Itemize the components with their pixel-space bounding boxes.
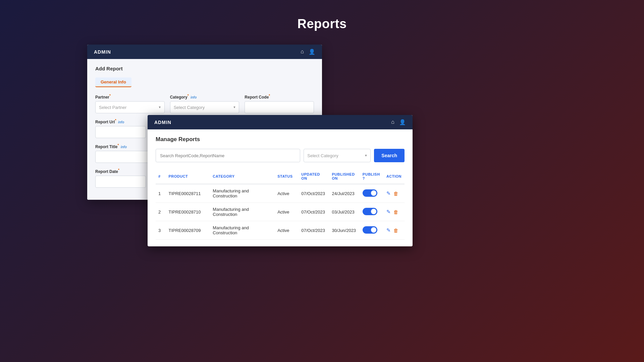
row3-toggle[interactable] (363, 226, 377, 234)
table-head: # PRODUCT CATEGORY STATUS UPDATED ON PUB… (156, 169, 405, 184)
row1-toggle[interactable] (363, 189, 377, 197)
col-action: ACTION (384, 169, 405, 184)
row3-category: Manufacturing and Construction (210, 221, 275, 240)
add-report-admin-label: ADMIN (94, 49, 111, 55)
report-title-info: info (121, 145, 127, 149)
search-bar: Select Category Search (156, 149, 405, 162)
select-category-wrapper: Select Category (304, 149, 371, 162)
row3-delete-icon[interactable]: 🗑 (393, 228, 398, 233)
col-updated-on: UPDATED ON (299, 169, 329, 184)
row1-delete-icon[interactable]: 🗑 (393, 191, 398, 196)
col-status: STATUS (275, 169, 299, 184)
partner-label: Partner* (95, 94, 165, 100)
table-row: 2 TIPRE00028710 Manufacturing and Constr… (156, 203, 405, 221)
row3-num: 3 (156, 221, 166, 240)
partner-select-wrapper: Select Partner (95, 101, 165, 113)
row1-published: 24/Jul/2023 (329, 184, 360, 203)
row1-category: Manufacturing and Construction (210, 184, 275, 203)
row2-delete-icon[interactable]: 🗑 (393, 209, 398, 215)
row1-publish (360, 184, 384, 203)
manage-reports-body: Manage Reports Select Category Search (148, 129, 413, 246)
row3-status: Active (275, 221, 299, 240)
form-group-report-url: Report Url* info (95, 119, 146, 138)
row3-status-badge: Active (277, 228, 289, 233)
form-group-category: Category* info Select Category (170, 94, 239, 113)
row2-action-icons: ✎ 🗑 (386, 209, 402, 215)
report-code-label: Report Code* (245, 94, 314, 100)
row1-status-badge: Active (277, 191, 289, 196)
table-header-row: # PRODUCT CATEGORY STATUS UPDATED ON PUB… (156, 169, 405, 184)
col-product: PRODUCT (166, 169, 210, 184)
row1-action: ✎ 🗑 (384, 184, 405, 203)
manage-reports-admin-label: ADMIN (154, 120, 171, 125)
row2-action: ✎ 🗑 (384, 203, 405, 221)
form-group-partner: Partner* Select Partner (95, 94, 165, 113)
col-hash: # (156, 169, 166, 184)
form-row-1: Partner* Select Partner Category* info (95, 94, 314, 113)
add-report-header-icons: ⌂ 👤 (301, 49, 315, 55)
category-filter-select[interactable]: Select Category (304, 149, 371, 162)
table-body: 1 TIPRE00028711 Manufacturing and Constr… (156, 184, 405, 240)
category-label: Category* info (170, 94, 239, 100)
page-title: Reports (297, 17, 346, 31)
row3-action: ✎ 🗑 (384, 221, 405, 240)
category-select[interactable]: Select Category (170, 101, 239, 113)
search-button[interactable]: Search (374, 149, 405, 162)
col-publish: PUBLISH ? (360, 169, 384, 184)
row2-toggle[interactable] (363, 208, 377, 215)
row2-status: Active (275, 203, 299, 221)
row1-action-icons: ✎ 🗑 (386, 190, 402, 196)
row2-published: 03/Jul/2023 (329, 203, 360, 221)
row3-published: 30/Jun/2023 (329, 221, 360, 240)
manage-user-icon[interactable]: 👤 (399, 119, 406, 125)
report-url-info: info (118, 120, 124, 124)
form-group-report-date: Report Date* (95, 168, 146, 188)
manage-home-icon[interactable]: ⌂ (391, 119, 394, 125)
row3-action-icons: ✎ 🗑 (386, 227, 402, 233)
category-info: info (191, 96, 197, 99)
report-date-input[interactable] (95, 176, 146, 188)
form-group-report-code: Report Code* (245, 94, 314, 113)
row2-publish (360, 203, 384, 221)
partner-select[interactable]: Select Partner (95, 101, 165, 113)
report-url-input[interactable] (95, 126, 146, 138)
col-category: CATEGORY (210, 169, 275, 184)
row3-product: TIPRE00028709 (166, 221, 210, 240)
add-report-header: ADMIN ⌂ 👤 (87, 45, 322, 59)
home-icon[interactable]: ⌂ (301, 49, 304, 55)
report-url-label: Report Url* info (95, 119, 146, 124)
reports-table: # PRODUCT CATEGORY STATUS UPDATED ON PUB… (156, 169, 405, 240)
windows-container: ADMIN ⌂ 👤 Add Report General Info Partne… (87, 45, 557, 333)
row1-status: Active (275, 184, 299, 203)
row1-num: 1 (156, 184, 166, 203)
report-date-label: Report Date* (95, 168, 146, 174)
row2-category: Manufacturing and Construction (210, 203, 275, 221)
table-container: # PRODUCT CATEGORY STATUS UPDATED ON PUB… (156, 169, 405, 240)
table-row: 1 TIPRE00028711 Manufacturing and Constr… (156, 184, 405, 203)
manage-reports-title: Manage Reports (156, 136, 405, 143)
table-row: 3 TIPRE00028709 Manufacturing and Constr… (156, 221, 405, 240)
row1-updated: 07/Oct/2023 (299, 184, 329, 203)
add-report-section-title: Add Report (95, 66, 314, 71)
user-icon[interactable]: 👤 (309, 49, 315, 55)
row1-edit-icon[interactable]: ✎ (386, 190, 391, 196)
manage-reports-header-icons: ⌂ 👤 (391, 119, 406, 125)
row1-product: TIPRE00028711 (166, 184, 210, 203)
report-code-input[interactable] (245, 101, 314, 113)
tab-bar: General Info (95, 77, 314, 87)
row3-edit-icon[interactable]: ✎ (386, 227, 391, 233)
search-input-wrapper (156, 149, 300, 162)
manage-reports-header: ADMIN ⌂ 👤 (148, 115, 413, 129)
row2-updated: 07/Oct/2023 (299, 203, 329, 221)
row3-publish (360, 221, 384, 240)
category-select-wrapper: Select Category (170, 101, 239, 113)
row3-updated: 07/Oct/2023 (299, 221, 329, 240)
row2-edit-icon[interactable]: ✎ (386, 209, 391, 215)
search-input[interactable] (156, 149, 300, 162)
row2-status-badge: Active (277, 209, 289, 215)
manage-reports-window: ADMIN ⌂ 👤 Manage Reports Select Category… (148, 115, 413, 246)
row2-num: 2 (156, 203, 166, 221)
col-published-on: PUBLISHED ON (329, 169, 360, 184)
row2-product: TIPRE00028710 (166, 203, 210, 221)
tab-general-info[interactable]: General Info (95, 77, 131, 87)
